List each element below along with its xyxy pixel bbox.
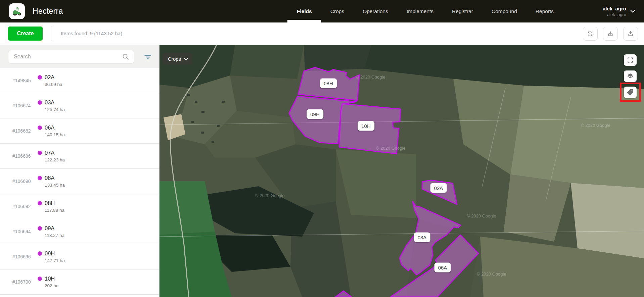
field-list-item[interactable]: #10668206A140.15 ha [0, 118, 159, 144]
field-area: 133.45 ha [45, 183, 65, 188]
filter-icon [143, 53, 152, 61]
field-list-item[interactable]: #10669208H117.88 ha [0, 194, 159, 219]
field-name: 06A [45, 125, 54, 131]
crop-color-dot [38, 201, 42, 205]
crop-color-dot [38, 151, 42, 155]
field-area: 147.71 ha [45, 258, 65, 263]
field-id: #106692 [12, 204, 38, 209]
field-id: #106696 [12, 254, 38, 259]
crop-color-dot [38, 251, 42, 256]
map-field-label[interactable]: 09H [307, 109, 323, 119]
nav-item-fields[interactable]: Fields [297, 0, 312, 22]
map-field-label[interactable]: 02A [430, 183, 447, 193]
map-field-label[interactable]: 03A [414, 233, 430, 242]
toolbar-actions [583, 27, 638, 41]
filter-button[interactable] [143, 53, 152, 62]
nav-item-registrar[interactable]: Registrar [452, 0, 473, 22]
app-title: Hecterra [33, 7, 63, 16]
satellite-imagery [159, 45, 644, 297]
map-field-label[interactable]: 06A [434, 263, 451, 273]
field-id: #106686 [12, 153, 38, 159]
field-name: 08A [45, 175, 54, 181]
field-area: 117.88 ha [45, 208, 64, 213]
field-id: #106700 [12, 279, 38, 285]
field-name: 02A [45, 74, 54, 81]
export-button[interactable] [623, 27, 638, 41]
import-button[interactable] [603, 27, 618, 41]
field-area: 122.23 ha [45, 157, 65, 162]
field-area: 125.74 ha [45, 107, 65, 112]
refresh-icon [587, 30, 594, 38]
search-bar [0, 45, 159, 68]
field-area: 202 ha [45, 283, 58, 288]
app-logo[interactable] [9, 3, 25, 19]
chevron-down-icon [184, 58, 188, 60]
refresh-button[interactable] [583, 27, 598, 41]
search-icon [122, 53, 130, 61]
field-list-item[interactable]: #14984502A36.09 ha [0, 68, 159, 93]
crop-color-dot [38, 75, 42, 80]
toolbar: Create Items found: 9 (1143.52 ha) [0, 22, 644, 45]
field-list-item[interactable]: #10667403A125.74 ha [0, 93, 159, 118]
labels-toggle-button[interactable] [624, 87, 637, 98]
nav-item-operations[interactable]: Operations [363, 0, 388, 22]
field-id: #106682 [12, 128, 38, 134]
nav-item-reports[interactable]: Reports [536, 0, 554, 22]
download-icon [607, 30, 614, 38]
map-layer-dropdown-label: Crops [168, 56, 181, 62]
field-id: #149845 [12, 78, 38, 83]
field-area: 140.15 ha [45, 132, 65, 137]
fields-sidebar: #14984502A36.09 ha#10667403A125.74 ha#10… [0, 45, 159, 297]
top-nav: Hecterra FieldsCropsOperationsImplements… [0, 0, 644, 22]
map-field-label[interactable]: 08H [320, 79, 337, 88]
field-name: 03A [45, 99, 54, 106]
search-input[interactable] [14, 54, 122, 60]
tractor-icon [11, 6, 23, 17]
nav-menu: FieldsCropsOperationsImplementsRegistrar… [297, 0, 554, 22]
field-id: #106690 [12, 179, 38, 184]
upload-icon [627, 30, 634, 38]
layers-icon [627, 72, 634, 80]
field-name: 10H [45, 276, 55, 282]
nav-item-compound[interactable]: Compound [492, 0, 517, 22]
crop-color-dot [38, 100, 42, 105]
crop-color-dot [38, 126, 42, 130]
field-list-item[interactable]: #10668607A122.23 ha [0, 144, 159, 169]
field-id: #106694 [12, 229, 38, 234]
items-found-label: Items found: 9 (1143.52 ha) [61, 31, 122, 36]
field-id: #106674 [12, 103, 38, 108]
field-name: 09A [45, 225, 54, 232]
field-name: 07A [45, 150, 54, 156]
crop-color-dot [38, 176, 42, 180]
field-list: #14984502A36.09 ha#10667403A125.74 ha#10… [0, 68, 159, 295]
map-layer-dropdown[interactable]: Crops [163, 53, 192, 65]
field-list-item[interactable]: #10669008A133.45 ha [0, 169, 159, 194]
field-name: 09H [45, 250, 55, 257]
field-list-item[interactable]: #10670010H202 ha [0, 269, 159, 295]
tag-icon [627, 89, 634, 96]
map-field-label[interactable]: 10H [358, 121, 374, 131]
field-area: 118.27 ha [45, 233, 64, 238]
field-area: 36.09 ha [45, 82, 62, 87]
crop-color-dot [38, 226, 42, 231]
user-account: alek_agro [603, 12, 626, 17]
field-list-item[interactable]: #10669409A118.27 ha [0, 219, 159, 244]
field-name: 08H [45, 200, 55, 206]
field-list-item[interactable]: #10669609H147.71 ha [0, 244, 159, 269]
fullscreen-icon [627, 57, 634, 63]
user-menu[interactable]: alek_agro alek_agro [603, 6, 635, 17]
fullscreen-button[interactable] [624, 54, 637, 66]
layers-button[interactable] [624, 70, 637, 82]
map-canvas[interactable]: © 2020 Google © 2020 Google © 2020 Googl… [159, 45, 644, 297]
nav-item-implements[interactable]: Implements [407, 0, 433, 22]
search-box [8, 50, 134, 64]
create-button[interactable]: Create [8, 27, 43, 41]
toolbar-divider [51, 26, 51, 41]
crop-color-dot [38, 277, 42, 281]
user-name: alek_agro [603, 6, 626, 11]
nav-item-crops[interactable]: Crops [330, 0, 344, 22]
chevron-down-icon [630, 10, 635, 13]
